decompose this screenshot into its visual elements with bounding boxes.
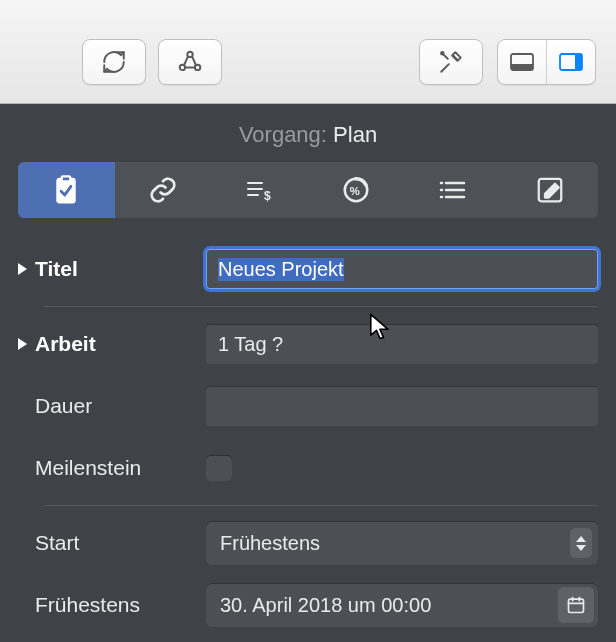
costs-icon: $: [244, 175, 276, 205]
svg-rect-26: [569, 599, 584, 612]
work-value: 1 Tag ?: [218, 333, 283, 356]
disclosure-work[interactable]: Arbeit: [18, 332, 206, 356]
svg-rect-10: [575, 54, 582, 70]
work-input[interactable]: 1 Tag ?: [206, 324, 598, 364]
clipboard-check-icon: [51, 174, 81, 206]
panel-toggle-bottom[interactable]: [498, 40, 546, 84]
triangle-right-icon: [18, 263, 27, 275]
disclosure-title[interactable]: Titel: [18, 257, 206, 281]
window-toolbar: [0, 0, 616, 104]
tab-notes[interactable]: [501, 162, 598, 218]
divider: [44, 306, 598, 307]
svg-line-4: [192, 57, 196, 66]
edit-icon: [535, 175, 565, 205]
label-dauer: Dauer: [35, 394, 92, 418]
svg-rect-8: [511, 64, 533, 70]
svg-text:$: $: [264, 189, 271, 203]
sync-button[interactable]: [82, 39, 146, 85]
inspector-header-value: Plan: [333, 122, 377, 147]
fields-icon: [438, 177, 468, 203]
label-start: Start: [35, 531, 79, 555]
label-arbeit: Arbeit: [35, 332, 96, 356]
milestone-checkbox[interactable]: [206, 455, 232, 481]
start-constraint-popup[interactable]: Frühestens: [206, 521, 598, 565]
tab-fields[interactable]: [405, 162, 502, 218]
panel-toggle-right[interactable]: [546, 40, 595, 84]
sync-icon: [101, 49, 127, 75]
tab-general[interactable]: [18, 162, 115, 218]
inspector-header: Vorgang: Plan: [0, 104, 616, 162]
tools-icon: [438, 49, 464, 75]
svg-rect-12: [62, 176, 71, 181]
triangle-right-icon: [18, 338, 27, 350]
network-icon: [177, 49, 203, 75]
divider: [44, 505, 598, 506]
start-constraint-value: Frühestens: [220, 532, 320, 555]
panel-right-icon: [558, 52, 584, 72]
svg-text:%: %: [350, 185, 360, 197]
duration-input[interactable]: [206, 386, 598, 426]
tab-links[interactable]: [115, 162, 212, 218]
link-icon: [148, 175, 178, 205]
network-button[interactable]: [158, 39, 222, 85]
stepper-icon: [570, 528, 592, 558]
label-titel: Titel: [35, 257, 78, 281]
inspector-panel: Vorgang: Plan $: [0, 104, 616, 642]
label-meilenstein: Meilenstein: [35, 456, 141, 480]
label-fruehestens: Frühestens: [35, 593, 140, 617]
inspector-tabstrip: $ %: [18, 162, 598, 218]
earliest-date-value: 30. April 2018 um 00:00: [220, 594, 431, 617]
panel-toggle-segment: [497, 39, 596, 85]
svg-line-3: [184, 57, 188, 66]
panel-bottom-icon: [509, 52, 535, 72]
tab-costs[interactable]: $: [211, 162, 308, 218]
progress-icon: %: [341, 175, 371, 205]
calendar-icon: [566, 595, 586, 615]
calendar-picker-button[interactable]: [558, 587, 594, 623]
title-input[interactable]: [206, 249, 598, 289]
tools-button[interactable]: [419, 39, 483, 85]
tab-progress[interactable]: %: [308, 162, 405, 218]
earliest-date-field[interactable]: 30. April 2018 um 00:00: [206, 583, 598, 627]
inspector-header-label: Vorgang:: [239, 122, 327, 147]
